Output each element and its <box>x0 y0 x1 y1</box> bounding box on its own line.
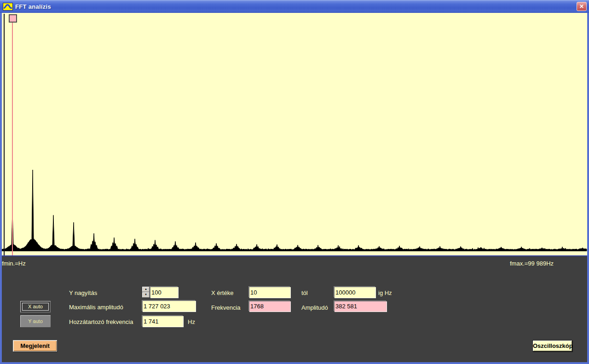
display-button-label: Megjelenít <box>20 342 50 349</box>
max-amplitude-input[interactable] <box>142 300 196 312</box>
cursor-marker-handle[interactable] <box>9 14 17 23</box>
fft-analysis-window: FFT analízis ✕ fmin.=Hz fmax.=99 989Hz Y… <box>0 0 589 364</box>
oscilloscope-button[interactable]: Oszcilloszkóp <box>532 340 572 352</box>
sine-wave-icon <box>3 3 13 11</box>
spectrum-plot-area[interactable] <box>2 13 587 256</box>
fmax-label: fmax.=99 989Hz <box>510 260 554 267</box>
frequency-label: Frekvencia <box>211 304 241 311</box>
assoc-frequency-label: Hozzátartozó frekvencia <box>69 318 133 325</box>
max-amplitude-label: Maximális amplitudó <box>69 304 123 311</box>
range-to-input[interactable] <box>334 287 375 298</box>
y-auto-button-label: Y auto <box>28 318 43 324</box>
window-border-right <box>587 13 589 364</box>
y-zoom-label: Y nagyítás <box>69 289 97 296</box>
x-auto-button[interactable]: X auto <box>20 301 51 312</box>
control-panel: fmin.=Hz fmax.=99 989Hz Y nagyítás ▲ ▼ X… <box>2 257 587 362</box>
y-zoom-input[interactable] <box>150 287 178 298</box>
oscilloscope-button-label: Oszcilloszkóp <box>533 342 573 349</box>
x-value-label: X értéke <box>211 289 233 296</box>
cursor-line <box>12 22 13 255</box>
spin-down-button[interactable]: ▼ <box>142 292 150 298</box>
y-zoom-spinner: ▲ ▼ <box>142 287 150 298</box>
spin-up-button[interactable]: ▲ <box>142 287 150 292</box>
close-icon: ✕ <box>579 3 584 10</box>
assoc-frequency-input[interactable] <box>142 316 183 327</box>
y-auto-button-disabled[interactable]: Y auto <box>20 315 51 327</box>
amplitude-input[interactable] <box>334 301 387 312</box>
window-title: FFT analízis <box>15 3 51 10</box>
spin-up-icon: ▲ <box>144 288 147 290</box>
x-value-input[interactable] <box>249 287 290 298</box>
x-auto-button-label: X auto <box>28 304 43 309</box>
display-button[interactable]: Megjelenít <box>13 340 57 352</box>
spectrum-svg <box>2 13 587 256</box>
ig-hz-label: ig Hz <box>378 289 392 296</box>
spin-down-icon: ▼ <box>144 293 147 296</box>
y-axis-line <box>4 14 5 255</box>
title-bar[interactable]: FFT analízis ✕ <box>0 0 589 13</box>
hz-unit-label: Hz <box>188 318 195 325</box>
fmin-label: fmin.=Hz <box>2 260 26 267</box>
amplitude-label: Amplitudó <box>301 304 328 311</box>
close-button[interactable]: ✕ <box>577 2 587 11</box>
frequency-input[interactable] <box>249 301 290 312</box>
from-label: tól <box>301 289 308 296</box>
window-border-bottom <box>0 362 589 364</box>
